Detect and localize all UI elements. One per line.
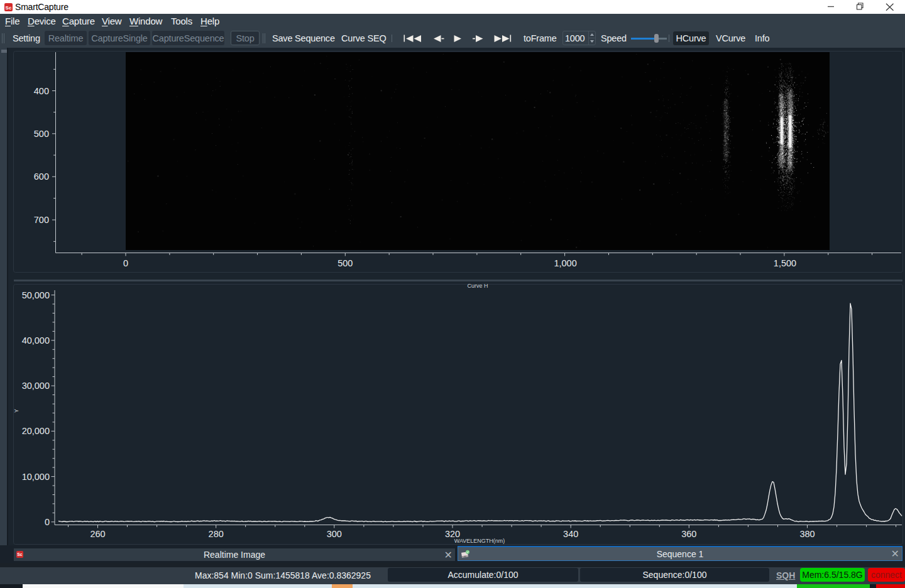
svg-text:500: 500	[337, 258, 353, 268]
svg-text:600: 600	[34, 172, 49, 182]
svg-text:300: 300	[327, 529, 342, 539]
svg-text:50,000: 50,000	[22, 290, 50, 300]
svg-text:700: 700	[34, 215, 49, 225]
svg-text:500: 500	[34, 129, 49, 139]
svg-text:40,000: 40,000	[22, 335, 50, 346]
svg-text:340: 340	[563, 529, 578, 539]
svg-text:WAVELENGTH(nm): WAVELENGTH(nm)	[454, 538, 505, 544]
svg-text:1,500: 1,500	[774, 258, 796, 268]
svg-text:1,000: 1,000	[554, 258, 576, 268]
svg-text:20,000: 20,000	[22, 426, 50, 436]
svg-text:360: 360	[681, 529, 696, 539]
svg-text:10,000: 10,000	[22, 472, 50, 482]
svg-text:400: 400	[34, 86, 49, 96]
svg-text:260: 260	[90, 529, 105, 539]
svg-text:Curve H: Curve H	[467, 283, 488, 289]
svg-text:Sc: Sc	[17, 552, 23, 557]
svg-text:Sc: Sc	[6, 4, 12, 10]
svg-text:380: 380	[799, 529, 814, 539]
svg-text:30,000: 30,000	[22, 381, 50, 391]
svg-text:0: 0	[123, 258, 128, 268]
svg-text:280: 280	[209, 529, 224, 539]
svg-text:Y: Y	[13, 409, 19, 413]
svg-text:0: 0	[45, 517, 50, 527]
